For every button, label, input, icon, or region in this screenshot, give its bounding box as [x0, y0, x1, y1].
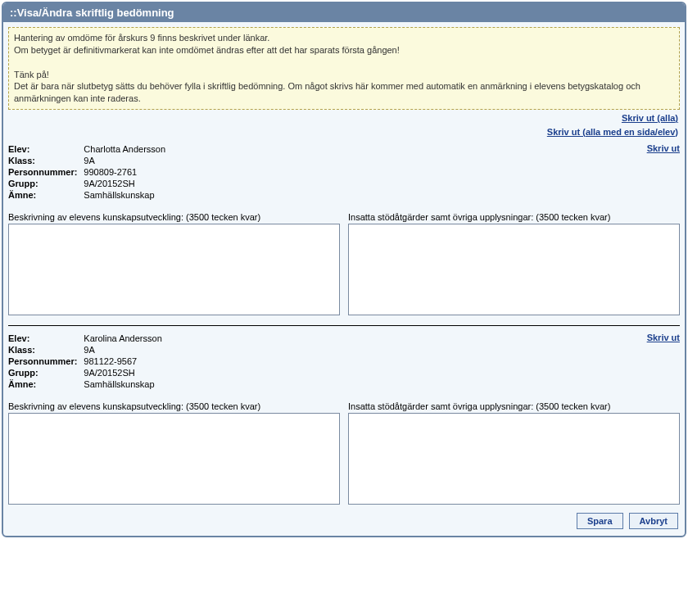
student-info-table: Elev: Charlotta Andersson Klass: 9A Pers… [8, 143, 172, 201]
table-row: Klass: 9A [8, 155, 172, 166]
textarea-col-right: Insatta stödåtgärder samt övriga upplysn… [348, 212, 680, 317]
print-all-onepage-link[interactable]: Skriv ut (alla med en sida/elev) [547, 127, 678, 137]
print-student-link[interactable]: Skriv ut [647, 333, 680, 342]
textarea-support[interactable] [348, 413, 680, 505]
notice-box: Hantering av omdöme för årskurs 9 finns … [8, 27, 680, 110]
save-button[interactable]: Spara [577, 513, 623, 529]
label-grupp: Grupp: [8, 178, 84, 189]
table-row: Ämne: Samhällskunskap [8, 189, 172, 201]
label-elev: Elev: [8, 333, 84, 344]
label-personnummer: Personnummer: [8, 166, 84, 178]
textarea-label-support: Insatta stödåtgärder samt övriga upplysn… [348, 401, 680, 411]
value-elev: Charlotta Andersson [84, 143, 172, 155]
notice-line: Hantering av omdöme för årskurs 9 finns … [14, 33, 269, 43]
value-grupp: 9A/20152SH [84, 178, 172, 189]
table-row: Personnummer: 981122-9567 [8, 356, 169, 367]
print-student-link[interactable]: Skriv ut [647, 143, 680, 153]
content-area: Hantering av omdöme för årskurs 9 finns … [3, 22, 685, 536]
label-klass: Klass: [8, 155, 84, 166]
textarea-col-right: Insatta stödåtgärder samt övriga upplysn… [348, 401, 680, 506]
print-links-row: Skriv ut (alla) Skriv ut (alla med en si… [8, 110, 680, 138]
value-amne: Samhällskunskap [84, 189, 172, 201]
footer-buttons: Spara Avbryt [8, 506, 680, 529]
textarea-support[interactable] [348, 224, 680, 315]
label-amne: Ämne: [8, 378, 84, 390]
value-elev: Karolina Andersson [84, 333, 168, 344]
student-top-row: Elev: Charlotta Andersson Klass: 9A Pers… [8, 143, 680, 201]
student-block: Elev: Karolina Andersson Klass: 9A Perso… [8, 325, 680, 506]
value-personnummer: 990809-2761 [84, 166, 172, 178]
label-amne: Ämne: [8, 189, 84, 201]
table-row: Elev: Karolina Andersson [8, 333, 169, 344]
table-row: Personnummer: 990809-2761 [8, 166, 172, 178]
student-top-row: Elev: Karolina Andersson Klass: 9A Perso… [8, 333, 680, 390]
table-row: Grupp: 9A/20152SH [8, 178, 172, 189]
table-row: Ämne: Samhällskunskap [8, 378, 169, 390]
textarea-col-left: Beskrivning av elevens kunskapsutvecklin… [8, 401, 340, 506]
textarea-label-development: Beskrivning av elevens kunskapsutvecklin… [8, 212, 340, 222]
table-row: Klass: 9A [8, 344, 169, 356]
student-block: Elev: Charlotta Andersson Klass: 9A Pers… [8, 138, 680, 317]
label-grupp: Grupp: [8, 367, 84, 378]
student-info-table: Elev: Karolina Andersson Klass: 9A Perso… [8, 333, 169, 390]
label-elev: Elev: [8, 143, 84, 155]
textarea-label-development: Beskrivning av elevens kunskapsutvecklin… [8, 401, 340, 411]
notice-line: Om betyget är definitivmarkerat kan inte… [14, 45, 400, 55]
value-amne: Samhällskunskap [84, 378, 168, 390]
value-personnummer: 981122-9567 [84, 356, 168, 367]
value-klass: 9A [84, 155, 172, 166]
window-titlebar: ::Visa/Ändra skriftlig bedömning [3, 3, 685, 22]
textarea-label-support: Insatta stödåtgärder samt övriga upplysn… [348, 212, 680, 222]
cancel-button[interactable]: Avbryt [629, 513, 678, 529]
textarea-col-left: Beskrivning av elevens kunskapsutvecklin… [8, 212, 340, 317]
print-all-link[interactable]: Skriv ut (alla) [622, 113, 678, 123]
textarea-development[interactable] [8, 413, 340, 505]
value-klass: 9A [84, 344, 168, 356]
label-personnummer: Personnummer: [8, 356, 84, 367]
window: ::Visa/Ändra skriftlig bedömning Hanteri… [2, 2, 686, 537]
label-klass: Klass: [8, 344, 84, 356]
notice-line: Det är bara när slutbetyg sätts du behöv… [14, 81, 640, 103]
value-grupp: 9A/20152SH [84, 367, 168, 378]
notice-line: Tänk på! [14, 70, 49, 79]
textareas-row: Beskrivning av elevens kunskapsutvecklin… [8, 401, 680, 506]
table-row: Elev: Charlotta Andersson [8, 143, 172, 155]
window-title: ::Visa/Ändra skriftlig bedömning [10, 7, 174, 19]
textarea-development[interactable] [8, 224, 340, 315]
table-row: Grupp: 9A/20152SH [8, 367, 169, 378]
textareas-row: Beskrivning av elevens kunskapsutvecklin… [8, 212, 680, 317]
